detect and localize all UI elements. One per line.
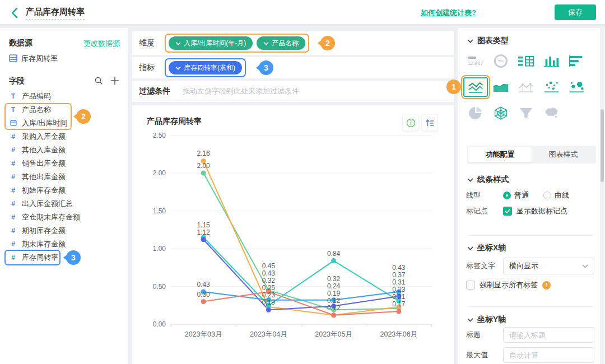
check-icon [505, 209, 510, 213]
svg-text:0.19: 0.19 [327, 290, 341, 297]
panel-scrollbar[interactable] [601, 109, 604, 182]
chart-type-map-icon[interactable] [538, 100, 564, 125]
radio-line-normal[interactable] [503, 192, 511, 199]
svg-text:2023年03月: 2023年03月 [185, 330, 222, 338]
chevron-down-icon [175, 41, 181, 45]
svg-text:0.43: 0.43 [197, 281, 210, 288]
field-item-label: 采购入库金额 [22, 132, 66, 142]
search-icon[interactable] [94, 76, 104, 86]
radio-line-curve[interactable] [543, 192, 551, 199]
dimension-pill-group: 入库/出库时间(年-月)产品名称 [165, 34, 309, 53]
series-teal-marker [331, 258, 336, 263]
turnover-line-chart: 0.000.501.001.502.002.502023年03月2023年04月… [140, 132, 448, 360]
field-item[interactable]: 入库/出库时间 [0, 116, 128, 130]
field-item[interactable]: #出入库金额汇总 [0, 197, 128, 211]
tab-function-config[interactable]: 功能配置 [468, 147, 532, 162]
filter-placeholder: 拖动左侧字段到此处来添加过滤条件 [183, 86, 299, 96]
field-item[interactable]: #其他出库金额 [0, 170, 128, 184]
field-item[interactable]: #其他入库金额 [0, 143, 128, 157]
chart-type-bubble-icon[interactable] [564, 74, 589, 100]
number-field-icon: # [10, 240, 17, 248]
save-button[interactable]: 保存 [555, 4, 596, 20]
chart-type-kpi-card-icon[interactable]: 12.987 [463, 48, 488, 74]
field-item[interactable]: #初始库存金额 [0, 184, 128, 197]
line-style-section-header[interactable]: 线条样式 [467, 175, 509, 185]
chart-info-button[interactable] [402, 114, 419, 131]
svg-text:0.00: 0.00 [153, 320, 166, 328]
number-field-icon: # [10, 213, 17, 221]
field-item-label: 其他入库金额 [22, 145, 66, 155]
field-item[interactable]: #销售出库金额 [0, 157, 128, 170]
chart-type-funnel-icon[interactable] [513, 100, 538, 125]
field-item[interactable]: #期初库存金额 [0, 224, 128, 237]
svg-text:2023年05月: 2023年05月 [315, 330, 352, 338]
line-type-label: 线型 [466, 190, 503, 200]
dimension-pill[interactable]: 入库/出库时间(年-月) [169, 36, 253, 50]
svg-text:0.19: 0.19 [262, 298, 276, 306]
field-item[interactable]: T产品名称 [0, 103, 128, 116]
chart-type-candlestick-icon[interactable] [513, 74, 538, 100]
chart-type-table-icon[interactable] [513, 48, 538, 74]
svg-text:0.32: 0.32 [327, 275, 341, 283]
table-icon [9, 54, 17, 64]
filter-label: 过滤条件 [139, 86, 179, 96]
series-blue-line [203, 292, 399, 300]
field-item[interactable]: #采购入库金额 [0, 130, 128, 143]
add-field-icon[interactable] [110, 76, 120, 86]
metric-pill-group: 库存周转率(求和) [165, 58, 246, 77]
chart-type-line-icon[interactable] [463, 74, 488, 100]
y-axis-section-header[interactable]: 坐标Y轴 [467, 315, 506, 325]
tab-chart-style[interactable]: 图表样式 [532, 147, 595, 162]
field-item-label: 初始库存金额 [22, 185, 66, 195]
show-markers-checkbox[interactable] [503, 207, 512, 216]
chart-type-area-icon[interactable] [488, 74, 513, 100]
field-item[interactable]: T产品编码 [0, 90, 128, 103]
number-field-icon: # [10, 173, 17, 181]
page-title: 产品库存周转率 [26, 7, 85, 20]
chart-type-bar-horizontal-icon[interactable] [564, 48, 589, 74]
dimension-label: 维度 [139, 38, 165, 48]
dimension-pill[interactable]: 产品名称 [257, 36, 305, 50]
back-icon[interactable] [9, 7, 21, 19]
tutorial-badge-2: 2 [76, 109, 91, 124]
svg-text:0.25: 0.25 [262, 284, 276, 292]
field-item[interactable]: #期末库存金额 [0, 237, 128, 251]
svg-text:1.12: 1.12 [197, 228, 210, 236]
radio-line-curve-label: 曲线 [555, 190, 569, 200]
chart-type-scatter-icon[interactable] [538, 74, 564, 100]
filter-row[interactable]: 过滤条件 拖动左侧字段到此处来添加过滤条件 [132, 81, 454, 102]
chevron-down-icon [467, 178, 473, 182]
bi-chart-editor: 产品库存周转率 如何创建统计表? 保存 数据源 更改数据源 库存周转率 字段 T… [0, 0, 605, 364]
panel-scroll-track [600, 28, 604, 364]
svg-text:0.37: 0.37 [392, 271, 406, 279]
svg-text:0.23: 0.23 [262, 291, 276, 299]
gauge-sample-value: 75% [497, 59, 504, 63]
settings-panel: 图表类型 12.98775% 功能配置 图表样式 线条样式 线型 普通 曲线 标… [458, 28, 605, 364]
change-datasource-link[interactable]: 更改数据源 [83, 39, 120, 49]
force-all-labels-checkbox[interactable] [466, 281, 475, 290]
y-title-input[interactable] [503, 327, 594, 343]
chart-type-pie-icon[interactable] [463, 100, 488, 125]
field-item-label: 入库/出库时间 [22, 118, 68, 128]
chart-type-section-header[interactable]: 图表类型 [467, 36, 509, 46]
field-item-label: 产品名称 [22, 105, 51, 115]
svg-text:2023年06月: 2023年06月 [380, 330, 418, 338]
chart-type-radar-icon[interactable] [488, 100, 513, 125]
svg-text:2.00: 2.00 [197, 162, 210, 170]
chart-sort-button[interactable] [421, 114, 438, 131]
series-red-marker [331, 312, 336, 318]
chart-type-bar-icon[interactable] [538, 48, 564, 74]
chart-type-gauge-icon[interactable]: 75% [488, 48, 513, 74]
svg-text:2.50: 2.50 [153, 132, 166, 139]
y-max-input[interactable] [503, 347, 594, 363]
metric-pill[interactable]: 库存周转率(求和) [169, 61, 242, 74]
datasource-item[interactable]: 库存周转率 [9, 54, 58, 64]
field-item[interactable]: #空仓期末库存金额 [0, 211, 128, 224]
show-markers-label: 显示数据标记点 [516, 206, 567, 216]
field-item-label: 空仓期末库存金额 [22, 212, 80, 222]
help-link[interactable]: 如何创建统计表? [421, 8, 476, 18]
divider [467, 306, 594, 307]
x-label-orientation-select[interactable]: 横向显示 [503, 258, 594, 274]
series-green-line [203, 173, 399, 310]
x-axis-section-header[interactable]: 坐标X轴 [467, 243, 506, 253]
